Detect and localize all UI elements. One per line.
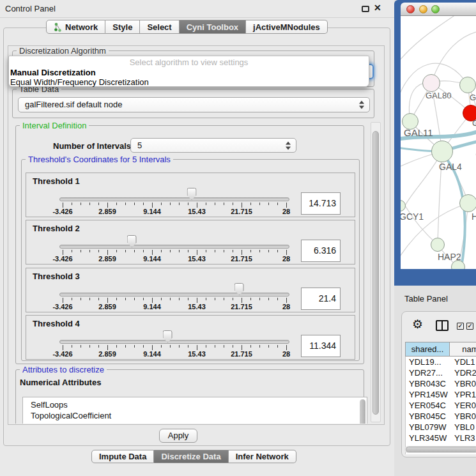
table-row[interactable]: YBR045CYBR0 <box>406 411 476 422</box>
network-window: GAL80 GA C GAL11 GAL4 GCY1 H HAP2 <box>394 0 476 286</box>
node-label: C <box>472 118 476 128</box>
node-label: GAL4 <box>439 162 462 172</box>
node-label: HAP2 <box>438 252 461 262</box>
dropdown-option-equal-width[interactable]: Equal Width/Frequency Discretization <box>9 77 369 87</box>
attribute-item[interactable]: SelfLoops <box>23 399 367 410</box>
table-cell: YBR0 <box>450 378 476 389</box>
table-cell: YLR345W <box>406 433 450 443</box>
group-title: Attributes to discretize <box>20 365 107 374</box>
network-node-gal80[interactable] <box>422 74 440 92</box>
tick-label: 21.715 <box>231 350 252 358</box>
settings-scrollbar[interactable] <box>371 122 381 422</box>
settings-scrollpane: Interval Definition Number of Intervals … <box>12 121 370 424</box>
network-canvas[interactable]: GAL80 GA C GAL11 GAL4 GCY1 H HAP2 <box>401 16 476 269</box>
threshold-slider: Threshold 4 -3.4262.8599.14415.4321.7152… <box>26 315 355 360</box>
tab-label: Network <box>65 22 98 32</box>
table-cell: YDL1 <box>450 357 476 367</box>
tab-select[interactable]: Select <box>140 20 179 34</box>
tick-label: 9.144 <box>143 303 161 311</box>
numerical-attributes-list[interactable]: SelfLoopsTopologicalCoefficientBetweenne… <box>22 397 367 424</box>
column-header-name[interactable]: name <box>450 342 476 357</box>
list-scrollbar[interactable] <box>360 399 365 424</box>
network-node-hap2[interactable] <box>431 238 445 252</box>
tick-label: 15.43 <box>188 350 206 358</box>
slider-scale-labels: -3.4262.8599.14415.4321.71528 <box>63 303 286 311</box>
checkbox-icon[interactable]: ✓ <box>466 323 473 330</box>
attribute-item[interactable]: TopologicalCoefficient <box>23 410 367 421</box>
split-columns-icon[interactable] <box>436 320 449 331</box>
threshold-value-field[interactable]: 21.4 <box>301 288 341 310</box>
table-row[interactable]: YDR27...YDR2 <box>406 367 476 378</box>
tick-label: 21.715 <box>231 208 252 215</box>
table-row[interactable]: YPR145WYPR1 <box>406 389 476 400</box>
algorithm-dropdown-popup: Select algorithm to view settings Manual… <box>8 56 369 87</box>
interval-definition-group: Interval Definition Number of Intervals … <box>15 125 364 364</box>
tab-cyni-toolbox[interactable]: Cyni Toolbox <box>180 20 246 34</box>
attributes-group: Attributes to discretize Numerical Attri… <box>15 369 364 424</box>
tick-label: 2.859 <box>98 255 116 263</box>
number-of-intervals-combobox[interactable]: 5 <box>130 138 296 153</box>
threshold-slider: Threshold 2 -3.4262.8599.14415.4321.7152… <box>26 220 355 265</box>
group-title: Interval Definition <box>20 121 89 130</box>
dropdown-option-manual[interactable]: Manual Discretization <box>9 68 369 77</box>
slider-track[interactable] <box>59 293 289 296</box>
network-node-gal4[interactable] <box>431 141 453 162</box>
table-panel-title: Table Panel <box>404 294 448 303</box>
node-label: GA <box>470 93 476 102</box>
threshold-value-field[interactable]: 6.316 <box>301 240 341 262</box>
node-label: GAL80 <box>426 91 451 100</box>
float-window-icon[interactable] <box>362 6 369 12</box>
slider-track[interactable] <box>59 197 289 201</box>
scrollbar-thumb[interactable] <box>372 131 379 415</box>
slider-track[interactable] <box>59 340 289 344</box>
tick-label: 28 <box>282 350 290 358</box>
network-window-titlebar[interactable] <box>401 3 476 16</box>
table-row[interactable]: YBL079WYBL0 <box>406 422 476 433</box>
slider-track[interactable] <box>59 245 289 249</box>
close-icon[interactable]: ✕ <box>374 3 381 13</box>
table-data-combobox[interactable]: galFiltered.sif default node <box>18 97 370 112</box>
tab-style[interactable]: Style <box>105 20 140 34</box>
close-traffic-light-icon[interactable] <box>406 5 415 13</box>
table-cell: YBL0 <box>450 422 476 433</box>
table-panel: Table Panel ⚙ ✓ ✓ shared... name YDL19..… <box>394 286 476 476</box>
tab-infer-network[interactable]: Infer Network <box>229 450 296 463</box>
network-icon <box>54 22 62 32</box>
tick-label: 28 <box>282 208 290 215</box>
network-node[interactable] <box>459 77 476 93</box>
threshold-value-field[interactable]: 14.713 <box>301 192 341 215</box>
checkbox-icon[interactable]: ✓ <box>457 323 464 330</box>
tab-discretize-data[interactable]: Discretize Data <box>154 450 228 463</box>
attribute-item[interactable]: BetweennessCentrality <box>23 421 367 424</box>
scrollbar-thumb[interactable] <box>406 447 476 452</box>
dropdown-prompt[interactable]: Select algorithm to view settings <box>9 58 369 68</box>
tab-impute-data[interactable]: Impute Data <box>91 450 154 463</box>
table-cell: YDR2 <box>450 367 476 378</box>
threshold-value-field[interactable]: 11.344 <box>301 335 341 357</box>
table-cell: YDR27... <box>406 367 450 378</box>
table-cell: YBL079W <box>406 422 450 433</box>
table-row[interactable]: YLR345WYLR3 <box>406 433 476 443</box>
tab-jactivemnodules[interactable]: jActiveMNodules <box>246 20 328 34</box>
threshold-slider: Threshold 3 -3.4262.8599.14415.4321.7152… <box>26 268 355 312</box>
panel-title: Control Panel <box>5 4 56 13</box>
thresholds-group: Threshold's Coordinates for 5 Intervals … <box>21 159 360 361</box>
table-hscrollbar[interactable] <box>404 446 476 453</box>
combo-stepper-icon <box>286 141 291 150</box>
column-header-shared-name[interactable]: shared... <box>405 342 450 357</box>
tab-network[interactable]: Network <box>46 20 105 34</box>
node-label: GAL11 <box>404 127 433 138</box>
gear-icon[interactable]: ⚙ <box>412 317 423 331</box>
zoom-traffic-light-icon[interactable] <box>431 5 440 13</box>
apply-button[interactable]: Apply <box>159 429 197 443</box>
table-row[interactable]: YDL19...YDL1 <box>406 357 476 367</box>
table-row[interactable]: YBR043CYBR0 <box>406 378 476 389</box>
minimize-traffic-light-icon[interactable] <box>419 5 427 13</box>
table-row[interactable]: YER054CYER0 <box>406 400 476 411</box>
table-data-group: Table Data galFiltered.sif default node <box>12 89 374 118</box>
network-node[interactable] <box>459 194 476 212</box>
tick-label: 9.144 <box>143 255 161 263</box>
tick-label: 21.715 <box>231 255 252 263</box>
table-cell: YBR045C <box>406 411 450 422</box>
tick-label: 15.43 <box>188 255 206 263</box>
